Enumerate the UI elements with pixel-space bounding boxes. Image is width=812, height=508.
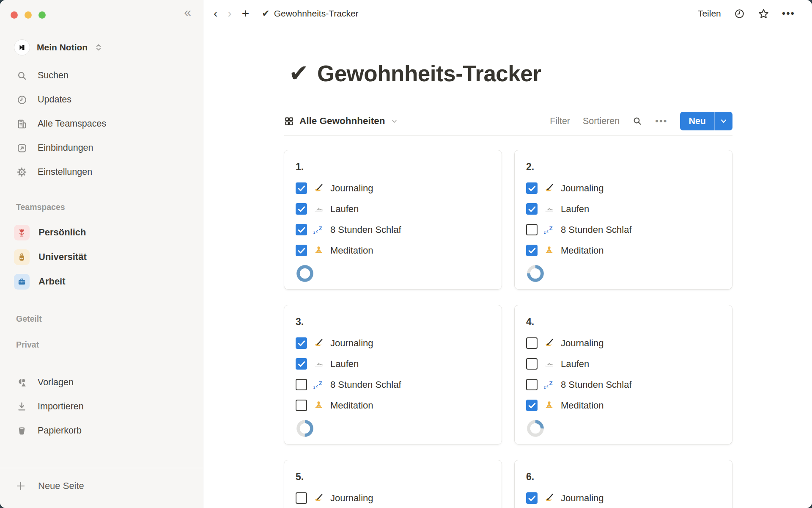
sort-button[interactable]: Sortieren [583,116,620,127]
collapse-sidebar-icon[interactable]: « [184,6,191,19]
forward-icon[interactable]: › [228,8,231,19]
import-icon [16,401,27,412]
checkbox-unchecked[interactable] [526,337,538,349]
habit-row-meditation: Meditation [526,240,721,261]
habit-card-1[interactable]: 1.JournalingLaufenzzZ8 Stunden SchlafMed… [284,150,502,290]
teamspace-label: Universität [38,251,87,262]
clock-icon [16,94,27,105]
gallery-view-icon [284,116,294,126]
card-title: 5. [296,471,490,483]
habit-row-meditation: Meditation [526,395,721,416]
search-icon [16,70,27,81]
checkbox-checked[interactable] [526,203,538,215]
habit-row-meditation: Meditation [296,395,490,416]
gallery-grid: 1.JournalingLaufenzzZ8 Stunden SchlafMed… [284,150,733,508]
page-title-text[interactable]: Gewohnheits-Tracker [317,61,541,86]
sidebar-item-importieren[interactable]: Importieren [5,395,198,419]
tulip-icon [14,225,30,240]
sidebar-item-label: Updates [38,94,71,105]
sidebar-item-vorlagen[interactable]: Vorlagen [5,370,198,395]
checkbox-checked[interactable] [296,182,307,194]
checkbox-checked[interactable] [296,245,307,256]
habit-label: Meditation [330,245,373,256]
habit-card-5[interactable]: 5.Journaling [284,460,502,508]
history-clock-icon[interactable] [734,8,745,19]
new-tab-icon[interactable]: + [242,7,250,20]
teamspace-item-arbeit[interactable]: Arbeit [5,269,198,294]
teamspace-item-universität[interactable]: Universität [5,245,198,269]
checkbox-unchecked[interactable] [526,224,538,235]
sidebar-item-alle-teamspaces[interactable]: Alle Teamspaces [5,112,198,136]
window-controls [11,11,46,19]
main-area: ‹ › + ✔ Gewohnheits-Tracker Teilen ••• ✔… [203,0,812,508]
zzz-icon: zzZ [313,379,324,390]
checkbox-checked[interactable] [526,492,538,504]
checkbox-checked[interactable] [296,203,307,215]
habit-card-4[interactable]: 4.JournalingLaufenzzZ8 Stunden SchlafMed… [514,305,732,444]
sidebar-item-suchen[interactable]: Suchen [5,64,198,88]
svg-text:z: z [546,229,549,233]
checkbox-checked[interactable] [526,245,538,256]
habit-row-journaling: Journaling [526,333,721,353]
share-button[interactable]: Teilen [698,8,721,19]
workspace-switcher[interactable]: Mein Notion [8,37,195,58]
sidebar-item-einbindungen[interactable]: Einbindungen [5,136,198,160]
habit-row-8-stunden-schlaf: zzZ8 Stunden Schlaf [296,219,490,240]
close-window-button[interactable] [11,11,18,19]
gear-icon [16,166,27,178]
favorite-star-icon[interactable] [758,8,769,19]
checkbox-checked[interactable] [296,337,307,349]
habit-label: Laufen [330,359,359,370]
view-more-options-icon[interactable]: ••• [655,116,667,127]
writing-hand-icon [544,183,554,193]
lotus-icon [313,400,324,411]
plus-icon [15,480,26,491]
checkbox-checked[interactable] [296,358,307,370]
embed-icon [16,142,27,154]
checkbox-checked[interactable] [296,224,307,235]
teamspace-item-persönlich[interactable]: Persönlich [5,220,198,245]
card-title: 2. [526,161,721,173]
habit-card-2[interactable]: 2.JournalingLaufenzzZ8 Stunden SchlafMed… [514,150,732,290]
trash-icon [16,425,27,436]
progress-ring [526,264,545,283]
new-page-button[interactable]: Neue Seite [5,473,198,499]
habit-label: Journaling [330,493,373,504]
more-options-icon[interactable]: ••• [782,8,795,19]
checkbox-unchecked[interactable] [296,492,307,504]
progress-ring [526,419,545,438]
habit-row-laufen: Laufen [526,199,721,219]
section-privat[interactable]: Privat [16,340,39,350]
new-entry-dropdown-icon[interactable] [715,112,732,130]
zoom-window-button[interactable] [38,11,46,19]
sidebar-item-papierkorb[interactable]: Papierkorb [5,419,198,443]
new-entry-button[interactable]: Neu [680,112,732,130]
habit-card-3[interactable]: 3.JournalingLaufenzzZ8 Stunden SchlafMed… [284,305,502,444]
search-icon[interactable] [632,116,642,126]
habit-row-laufen: Laufen [296,199,490,219]
svg-text:z: z [546,384,549,388]
breadcrumb[interactable]: ✔ Gewohnheits-Tracker [262,8,358,19]
view-tab-alle-gewohnheiten[interactable]: Alle Gewohnheiten [284,116,398,127]
checkbox-unchecked[interactable] [296,400,307,411]
minimize-window-button[interactable] [25,11,32,19]
filter-button[interactable]: Filter [550,116,570,127]
habit-label: Journaling [330,183,373,194]
habit-card-6[interactable]: 6.Journaling [514,460,732,508]
checkbox-checked[interactable] [526,182,538,194]
sidebar-item-label: Einbindungen [38,143,93,153]
zzz-icon: zzZ [544,224,554,235]
sidebar-item-einstellungen[interactable]: Einstellungen [5,160,198,184]
back-icon[interactable]: ‹ [214,8,217,19]
checkbox-unchecked[interactable] [526,358,538,370]
habit-row-journaling: Journaling [296,333,490,353]
section-geteilt[interactable]: Geteilt [16,314,42,324]
breadcrumb-title: Gewohnheits-Tracker [274,8,359,19]
checkbox-checked[interactable] [526,400,538,411]
new-entry-label[interactable]: Neu [680,112,714,130]
checkbox-unchecked[interactable] [526,379,538,390]
workspace-name: Mein Notion [37,42,88,52]
checkbox-unchecked[interactable] [296,379,307,390]
sidebar-item-updates[interactable]: Updates [5,88,198,112]
habit-row-journaling: Journaling [526,488,721,508]
